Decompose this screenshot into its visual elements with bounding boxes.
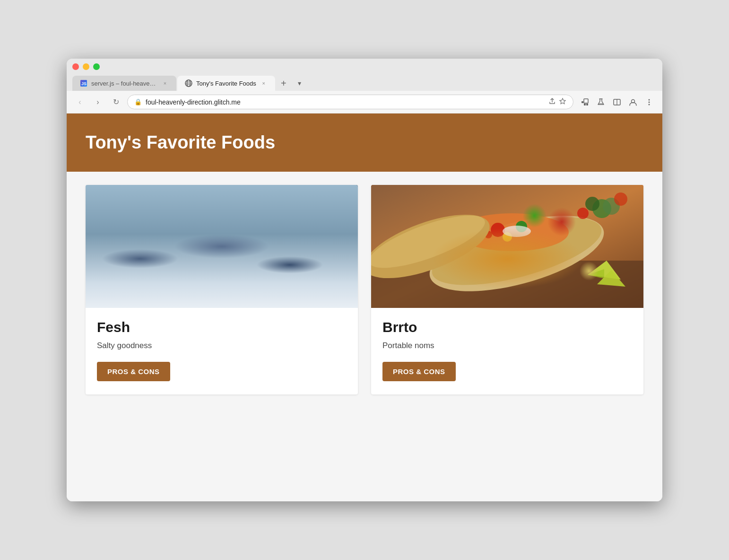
address-action-icons bbox=[548, 97, 566, 106]
page-header: Tony's Favorite Foods bbox=[67, 114, 662, 172]
back-button[interactable]: ‹ bbox=[73, 96, 87, 109]
brrto-card-image bbox=[371, 185, 643, 308]
page-title: Tony's Favorite Foods bbox=[86, 132, 643, 153]
tab-tonys-foods[interactable]: Tony's Favorite Foods × bbox=[177, 76, 275, 91]
code-icon: JS bbox=[80, 79, 87, 87]
brrto-card: Brrto Portable noms PROS & CONS bbox=[371, 185, 643, 394]
browser-window: JS server.js – foul-heavenly-di... × bbox=[67, 59, 662, 501]
fesh-card-body: Fesh Salty goodness PROS & CONS bbox=[86, 308, 358, 394]
svg-point-30 bbox=[198, 228, 200, 230]
svg-point-40 bbox=[503, 232, 512, 242]
tab-tonys-foods-close[interactable]: × bbox=[260, 79, 268, 87]
svg-rect-11 bbox=[584, 104, 586, 105]
svg-point-21 bbox=[122, 233, 331, 279]
svg-point-28 bbox=[94, 269, 264, 301]
fesh-card: Fesh Salty goodness PROS & CONS bbox=[86, 185, 358, 394]
forward-button[interactable]: › bbox=[91, 96, 104, 109]
tab-tonys-foods-label: Tony's Favorite Foods bbox=[196, 80, 256, 87]
svg-point-17 bbox=[649, 101, 650, 103]
svg-point-41 bbox=[485, 231, 492, 238]
svg-rect-9 bbox=[581, 101, 583, 103]
svg-rect-12 bbox=[586, 104, 588, 105]
more-menu-icon[interactable] bbox=[642, 96, 656, 109]
svg-point-18 bbox=[649, 104, 650, 105]
svg-point-24 bbox=[86, 256, 275, 303]
fesh-pros-cons-button[interactable]: PROS & CONS bbox=[97, 362, 170, 381]
brrto-card-description: Portable noms bbox=[382, 341, 632, 350]
tab-dropdown-button[interactable]: ▾ bbox=[292, 76, 307, 91]
svg-point-27 bbox=[131, 247, 321, 278]
toolbar-icons bbox=[578, 96, 656, 109]
svg-text:JS: JS bbox=[81, 81, 87, 86]
svg-point-35 bbox=[422, 201, 612, 306]
reload-icon: ↻ bbox=[113, 97, 119, 106]
globe-icon bbox=[185, 79, 192, 87]
tab-server-js-label: server.js – foul-heavenly-di... bbox=[91, 80, 157, 87]
svg-point-16 bbox=[649, 99, 650, 100]
window-split-icon[interactable] bbox=[610, 96, 624, 109]
svg-point-42 bbox=[503, 226, 531, 237]
maximize-window-button[interactable] bbox=[93, 63, 100, 70]
minimize-window-button[interactable] bbox=[83, 63, 89, 70]
brrto-card-body: Brrto Portable noms PROS & CONS bbox=[371, 308, 643, 394]
reload-button[interactable]: ↻ bbox=[109, 96, 122, 109]
svg-point-23 bbox=[197, 195, 350, 250]
forward-icon: › bbox=[96, 98, 99, 106]
svg-point-32 bbox=[288, 219, 290, 220]
svg-point-38 bbox=[491, 223, 505, 237]
svg-point-48 bbox=[577, 208, 589, 219]
svg-point-25 bbox=[86, 204, 218, 260]
window-controls bbox=[72, 63, 657, 70]
star-icon[interactable] bbox=[559, 97, 566, 106]
svg-marker-8 bbox=[560, 98, 565, 104]
title-bar: JS server.js – foul-heavenly-di... × bbox=[67, 59, 662, 91]
svg-point-31 bbox=[285, 218, 291, 223]
svg-point-36 bbox=[425, 203, 608, 299]
svg-point-45 bbox=[592, 199, 611, 218]
tab-bar: JS server.js – foul-heavenly-di... × bbox=[72, 76, 657, 91]
svg-point-20 bbox=[86, 200, 252, 265]
cards-container: Fesh Salty goodness PROS & CONS bbox=[67, 172, 662, 408]
svg-rect-34 bbox=[371, 261, 643, 308]
svg-rect-33 bbox=[371, 185, 643, 308]
profile-icon[interactable] bbox=[626, 96, 640, 109]
fesh-card-image bbox=[86, 185, 358, 308]
page-content: Tony's Favorite Foods bbox=[67, 114, 662, 501]
new-tab-button[interactable]: + bbox=[276, 76, 291, 91]
back-icon: ‹ bbox=[78, 98, 81, 106]
tab-server-js-close[interactable]: × bbox=[161, 79, 169, 87]
svg-rect-10 bbox=[584, 99, 588, 103]
address-bar[interactable]: 🔒 foul-heavenly-direction.glitch.me bbox=[127, 95, 573, 109]
svg-rect-19 bbox=[86, 185, 358, 308]
address-bar-row: ‹ › ↻ 🔒 foul-heavenly-direction.glitch.m… bbox=[67, 91, 662, 114]
svg-point-43 bbox=[371, 201, 497, 291]
close-window-button[interactable] bbox=[72, 63, 79, 70]
svg-point-37 bbox=[455, 213, 569, 251]
svg-point-44 bbox=[371, 205, 490, 279]
svg-point-47 bbox=[603, 198, 620, 215]
fesh-card-description: Salty goodness bbox=[97, 341, 347, 350]
brrto-card-name: Brrto bbox=[382, 319, 632, 335]
tab-server-js[interactable]: JS server.js – foul-heavenly-di... × bbox=[72, 76, 176, 91]
fesh-card-name: Fesh bbox=[97, 319, 347, 335]
flask-icon[interactable] bbox=[594, 96, 608, 109]
svg-point-29 bbox=[194, 226, 202, 234]
svg-point-49 bbox=[614, 192, 627, 206]
svg-point-26 bbox=[86, 216, 241, 262]
share-icon[interactable] bbox=[548, 97, 556, 106]
svg-point-46 bbox=[585, 197, 599, 211]
extensions-icon[interactable] bbox=[578, 96, 591, 109]
brrto-pros-cons-button[interactable]: PROS & CONS bbox=[382, 362, 456, 381]
lock-icon: 🔒 bbox=[134, 98, 142, 105]
url-text: foul-heavenly-direction.glitch.me bbox=[146, 98, 545, 106]
svg-point-22 bbox=[86, 236, 208, 286]
svg-point-39 bbox=[516, 221, 527, 232]
